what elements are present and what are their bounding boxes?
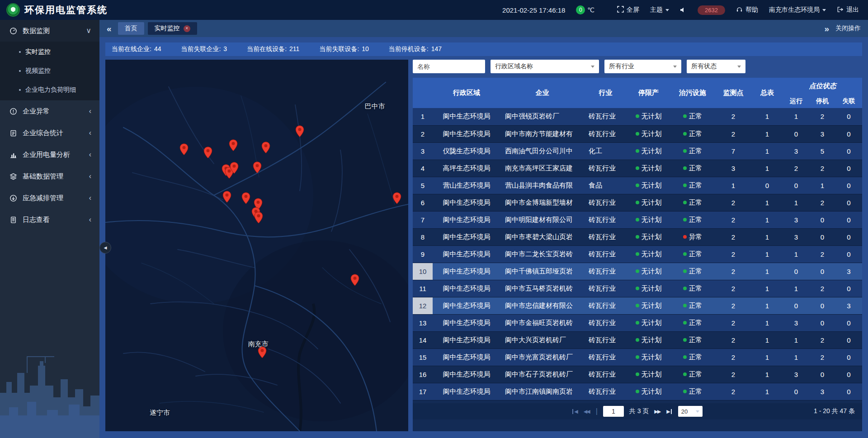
map-pin[interactable] xyxy=(229,139,238,153)
first-page-button[interactable]: ◀ xyxy=(572,409,578,414)
table-row[interactable]: 3仪陇生态环境局西南油气田分公司川中化工无计划正常71350 xyxy=(413,142,862,160)
map-panel[interactable]: 巴中市南充市遂宁市 ◀ xyxy=(105,60,408,431)
cell-facility: 正常 xyxy=(670,194,715,211)
table-row[interactable]: 6阆中生态环境局阆中市金博瑞新型墙材砖瓦行业无计划正常21120 xyxy=(413,194,862,211)
cell-index: 13 xyxy=(413,314,433,331)
table-row[interactable]: 17阆中生态环境局阆中市江南镇阆南页岩砖瓦行业无计划正常21030 xyxy=(413,383,862,400)
cell-offline: 0 xyxy=(835,366,862,383)
status-filter-select[interactable]: 所有状态 xyxy=(687,60,745,73)
table-row[interactable]: 18南部生态环境局南部县瑞华页岩有限公砖瓦行业无计划正常21120 xyxy=(413,400,862,403)
page-size-select[interactable]: 20 xyxy=(678,406,703,417)
table-row[interactable]: 7阆中生态环境局阆中明阳建材有限公司砖瓦行业无计划正常21300 xyxy=(413,211,862,228)
map-pin[interactable] xyxy=(230,162,239,176)
map-pin[interactable] xyxy=(179,143,189,157)
region-filter-select[interactable]: 行政区域名称 xyxy=(491,60,599,73)
sidebar-subitem-企业电力负荷明细[interactable]: 企业电力负荷明细 xyxy=(0,80,99,99)
table-row[interactable]: 15阆中生态环境局阆中市光富页岩机砖厂砖瓦行业无计划正常21120 xyxy=(413,349,862,366)
tab-实时监控[interactable]: 实时监控× xyxy=(148,22,197,35)
map-pin[interactable] xyxy=(203,146,212,160)
page-number-input[interactable] xyxy=(603,406,624,417)
map-pin[interactable] xyxy=(261,141,270,155)
caret-down-icon xyxy=(591,66,594,68)
map-pin[interactable] xyxy=(254,212,263,226)
last-page-button[interactable]: ▶ xyxy=(666,409,672,414)
cell-company: 阆中市忠信建材有限公 xyxy=(500,297,584,314)
cell-facility: 正常 xyxy=(670,383,715,400)
cell-limit: 无计划 xyxy=(627,142,670,160)
status-dot-icon xyxy=(636,372,639,376)
industry-filter-select[interactable]: 所有行业 xyxy=(604,60,681,73)
chevron-left-icon: ‹ xyxy=(89,194,91,202)
tab-bar: « 首页实时监控× » 关闭操作 xyxy=(99,20,868,37)
cell-stopped: 2 xyxy=(809,331,835,349)
map-pin[interactable] xyxy=(258,346,267,360)
cell-index: 1 xyxy=(413,108,433,125)
map-city-label: 遂宁市 xyxy=(150,408,170,417)
map-pin[interactable] xyxy=(350,274,359,288)
map-pin[interactable] xyxy=(392,192,401,206)
cell-running: 0 xyxy=(783,263,809,280)
tab-close-icon[interactable]: × xyxy=(184,25,190,32)
top-header: 环保用电监管系统 2021-02-25 17:46:18 0 ℃ 全屏 主题 2… xyxy=(0,0,868,20)
table-row[interactable]: 2阆中生态环境局阆中市南方节能建材有砖瓦行业无计划正常21030 xyxy=(413,125,862,142)
table-row[interactable]: 11阆中生态环境局阆中市五马桥页岩机砖砖瓦行业无计划正常21120 xyxy=(413,280,862,297)
sidebar-item-企业异常[interactable]: 企业异常‹ xyxy=(0,100,99,122)
map-pin[interactable] xyxy=(253,161,262,175)
fullscreen-button[interactable]: 全屏 xyxy=(617,6,639,14)
cell-industry: 砖瓦行业 xyxy=(584,108,627,125)
map-collapse-toggle[interactable]: ◀ xyxy=(99,242,111,254)
sidebar-item-label: 应急减排管理 xyxy=(23,194,63,203)
map-pin[interactable] xyxy=(222,191,231,205)
tabs-scroll-right-icon[interactable]: » xyxy=(824,24,829,33)
cell-points: 2 xyxy=(715,108,751,125)
speaker-icon[interactable] xyxy=(680,7,687,13)
org-dropdown[interactable]: 南充市生态环境局 xyxy=(769,6,826,14)
sidebar-item-应急减排管理[interactable]: 应急减排管理‹ xyxy=(0,187,99,209)
table-row[interactable]: 1阆中生态环境局阆中强锐页岩砖厂砖瓦行业无计划正常21120 xyxy=(413,108,862,125)
table-row[interactable]: 14阆中生态环境局阆中大兴页岩机砖厂砖瓦行业无计划正常21120 xyxy=(413,331,862,349)
cell-limit: 无计划 xyxy=(627,245,670,263)
cell-region: 阆中生态环境局 xyxy=(433,245,500,263)
cell-index: 4 xyxy=(413,160,433,177)
tab-label: 首页 xyxy=(125,24,137,33)
logout-button[interactable]: 退出 xyxy=(837,6,859,14)
table-row[interactable]: 4高坪生态环境局南充市高坪区王家店建砖瓦行业无计划正常31220 xyxy=(413,160,862,177)
help-button[interactable]: 帮助 xyxy=(736,6,758,14)
cell-running: 0 xyxy=(783,125,809,142)
alert-count-badge[interactable]: 2632 xyxy=(698,5,725,15)
theme-dropdown[interactable]: 主题 xyxy=(650,6,669,14)
table-row[interactable]: 8阆中生态环境局阆中市枣碧大梁山页岩砖瓦行业无计划异常21300 xyxy=(413,228,862,245)
close-operations-button[interactable]: 关闭操作 xyxy=(835,24,861,33)
divider: | xyxy=(596,407,598,415)
sidebar-item-日志查看[interactable]: 日志查看‹ xyxy=(0,209,99,231)
table-row[interactable]: 16阆中生态环境局阆中市石子页岩机砖厂砖瓦行业无计划正常21300 xyxy=(413,366,862,383)
name-filter-input[interactable] xyxy=(413,60,485,73)
sidebar-subitem-视频监控[interactable]: 视频监控 xyxy=(0,61,99,80)
cell-stopped: 1 xyxy=(809,177,835,194)
next-page-button[interactable]: ▶▶ xyxy=(654,409,661,414)
map-pin[interactable] xyxy=(241,192,250,206)
table-row[interactable]: 12阆中生态环境局阆中市忠信建材有限公砖瓦行业无计划正常21003 xyxy=(413,297,862,314)
sidebar-item-企业综合统计[interactable]: 企业综合统计‹ xyxy=(0,122,99,144)
status-dot-icon xyxy=(636,287,639,290)
prev-page-button[interactable]: ◀◀ xyxy=(584,409,590,414)
map-pin[interactable] xyxy=(295,125,304,139)
table-row[interactable]: 10阆中生态环境局阆中千佛镇五郎垭页岩砖瓦行业无计划正常21003 xyxy=(413,263,862,280)
col-header-index xyxy=(413,78,433,108)
page-range-label: 1 - 20 共 47 条 xyxy=(814,407,855,415)
table-row[interactable]: 13阆中生态环境局阆中市金福旺页岩机砖砖瓦行业无计划正常21300 xyxy=(413,314,862,331)
sidebar-item-基础数据管理[interactable]: 基础数据管理‹ xyxy=(0,165,99,187)
table-row[interactable]: 9阆中生态环境局阆中市二龙长宝页岩砖砖瓦行业无计划正常21120 xyxy=(413,245,862,263)
tab-首页[interactable]: 首页 xyxy=(118,22,144,35)
cell-industry: 砖瓦行业 xyxy=(584,245,627,263)
chart-icon xyxy=(9,151,17,159)
cell-limit: 无计划 xyxy=(627,400,670,403)
cell-limit: 无计划 xyxy=(627,194,670,211)
tabs-scroll-left-icon[interactable]: « xyxy=(107,24,112,33)
sidebar-item-企业用电量分析[interactable]: 企业用电量分析‹ xyxy=(0,144,99,165)
sidebar-item-数据监测[interactable]: 数据监测∨ xyxy=(0,20,99,42)
table-row[interactable]: 5营山生态环境局营山县润丰肉食品有限食品无计划正常10010 xyxy=(413,177,862,194)
cell-limit: 无计划 xyxy=(627,125,670,142)
cell-running: 0 xyxy=(783,177,809,194)
sidebar-subitem-实时监控[interactable]: 实时监控 xyxy=(0,42,99,61)
